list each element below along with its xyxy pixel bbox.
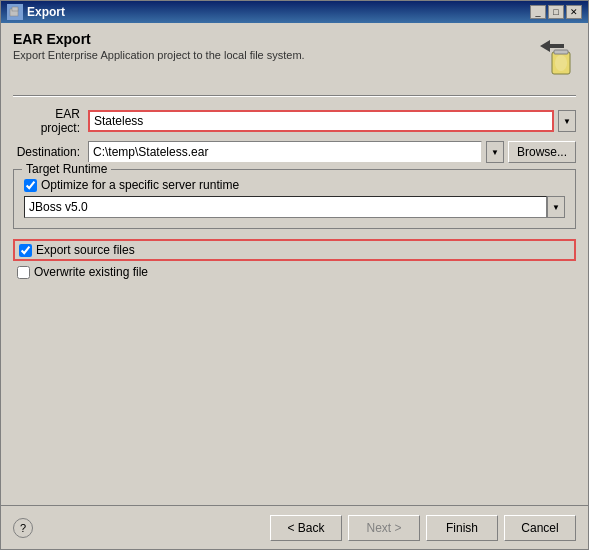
svg-rect-4 [554,50,568,54]
export-source-label: Export source files [36,243,135,257]
help-button[interactable]: ? [13,518,33,538]
window: Export _ □ ✕ EAR Export Export Enterpris… [0,0,589,550]
maximize-button[interactable]: □ [548,5,564,19]
target-runtime-group: Target Runtime Optimize for a specific s… [13,169,576,229]
next-button[interactable]: Next > [348,515,420,541]
runtime-input[interactable] [24,196,547,218]
optimize-label: Optimize for a specific server runtime [41,178,239,192]
close-button[interactable]: ✕ [566,5,582,19]
ear-project-label: EAR project: [13,107,88,135]
ear-project-row: EAR project: ▼ [13,107,576,135]
window-icon [7,4,23,20]
destination-label: Destination: [13,145,88,159]
jar-icon [520,31,576,79]
overwrite-label: Overwrite existing file [34,265,148,279]
group-label: Target Runtime [22,162,111,176]
window-title: Export [27,5,65,19]
back-button[interactable]: < Back [270,515,342,541]
header-separator [13,95,576,97]
optimize-row: Optimize for a specific server runtime [24,178,565,192]
ear-project-dropdown[interactable]: ▼ [558,110,576,132]
titlebar: Export _ □ ✕ [1,1,588,23]
bottom-buttons: < Back Next > Finish Cancel [270,515,576,541]
destination-input[interactable] [88,141,482,163]
overwrite-checkbox[interactable] [17,266,30,279]
header-text: EAR Export Export Enterprise Application… [13,31,305,61]
titlebar-controls: _ □ ✕ [530,5,582,19]
titlebar-left: Export [7,4,65,20]
form-section: EAR project: ▼ Destination: ▼ Browse... … [13,107,576,497]
minimize-button[interactable]: _ [530,5,546,19]
svg-point-5 [555,55,567,71]
destination-field: ▼ Browse... [88,141,576,163]
destination-dropdown[interactable]: ▼ [486,141,504,163]
browse-button[interactable]: Browse... [508,141,576,163]
runtime-row: ▼ [24,196,565,218]
cancel-button[interactable]: Cancel [504,515,576,541]
ear-project-field: ▼ [88,110,576,132]
page-title: EAR Export [13,31,305,47]
export-source-checkbox[interactable] [19,244,32,257]
bottom-left: ? [13,518,270,538]
finish-button[interactable]: Finish [426,515,498,541]
header-section: EAR Export Export Enterprise Application… [13,31,576,79]
content-area: EAR Export Export Enterprise Application… [1,23,588,505]
export-source-highlighted: Export source files [13,239,576,261]
bottom-bar: ? < Back Next > Finish Cancel [1,505,588,549]
destination-row: Destination: ▼ Browse... [13,141,576,163]
svg-rect-1 [12,7,18,11]
ear-project-input[interactable] [88,110,554,132]
page-description: Export Enterprise Application project to… [13,49,305,61]
overwrite-row: Overwrite existing file [17,265,576,279]
runtime-dropdown[interactable]: ▼ [547,196,565,218]
optimize-checkbox[interactable] [24,179,37,192]
